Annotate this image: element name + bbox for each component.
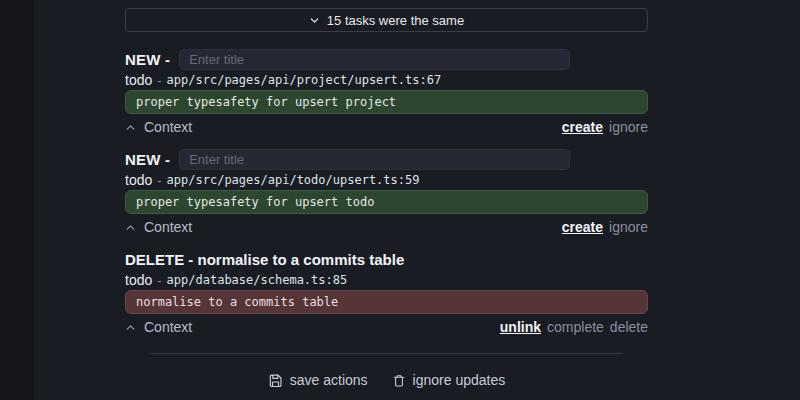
task-title-row: DELETE - normalise to a commits table <box>125 248 648 270</box>
action-link-create[interactable]: create <box>562 219 603 235</box>
meta-separator: - <box>157 273 161 288</box>
meta-separator: - <box>157 173 161 188</box>
floppy-disk-icon <box>268 373 283 388</box>
action-link-ignore[interactable]: ignore <box>609 219 648 235</box>
file-path: app/database/schema.ts:85 <box>167 273 348 287</box>
action-link-complete[interactable]: complete <box>547 319 604 335</box>
context-toggle[interactable]: Context <box>125 119 192 135</box>
task-kind-label: NEW - <box>125 51 170 68</box>
action-link-create[interactable]: create <box>562 119 603 135</box>
title-input[interactable] <box>179 49 570 70</box>
task-title: DELETE - normalise to a commits table <box>125 251 404 268</box>
footer-actions-bar: save actions ignore updates <box>125 372 648 388</box>
task-footer-row: Context create ignore <box>125 119 648 135</box>
left-edge-shade <box>0 0 34 400</box>
action-link-ignore[interactable]: ignore <box>609 119 648 135</box>
task-actions: create ignore <box>562 119 648 135</box>
task-title-row: NEW - <box>125 148 648 170</box>
todo-snippet-text: proper typesafety for upsert todo <box>136 195 374 209</box>
context-label: Context <box>144 319 192 335</box>
task-section-new-project: NEW - todo - app/src/pages/api/project/u… <box>125 48 648 135</box>
todo-snippet-text: proper typesafety for upsert project <box>136 95 396 109</box>
chevron-down-icon <box>309 15 320 26</box>
task-review-panel: 15 tasks were the same NEW - todo - app/… <box>125 0 648 388</box>
task-title-row: NEW - <box>125 48 648 70</box>
task-meta-row: todo - app/database/schema.ts:85 <box>125 272 648 288</box>
footer-divider <box>150 353 623 354</box>
title-input[interactable] <box>179 149 570 170</box>
meta-separator: - <box>157 73 161 88</box>
task-section-new-todo: NEW - todo - app/src/pages/api/todo/upse… <box>125 148 648 235</box>
ignore-updates-button[interactable]: ignore updates <box>392 372 506 388</box>
ignore-updates-label: ignore updates <box>413 372 506 388</box>
file-path: app/src/pages/api/project/upsert.ts:67 <box>167 73 442 87</box>
context-label: Context <box>144 119 192 135</box>
same-tasks-collapse-bar[interactable]: 15 tasks were the same <box>125 8 648 32</box>
todo-snippet-box: normalise to a commits table <box>125 290 648 314</box>
context-toggle[interactable]: Context <box>125 319 192 335</box>
task-meta-row: todo - app/src/pages/api/todo/upsert.ts:… <box>125 172 648 188</box>
task-footer-row: Context create ignore <box>125 219 648 235</box>
chevron-up-icon <box>125 222 136 233</box>
action-link-unlink[interactable]: unlink <box>500 319 541 335</box>
context-label: Context <box>144 219 192 235</box>
todo-snippet-box: proper typesafety for upsert todo <box>125 190 648 214</box>
chevron-up-icon <box>125 322 136 333</box>
task-actions: create ignore <box>562 219 648 235</box>
task-type-label: todo <box>125 172 152 188</box>
task-type-label: todo <box>125 72 152 88</box>
task-footer-row: Context unlink complete delete <box>125 319 648 335</box>
action-link-delete[interactable]: delete <box>610 319 648 335</box>
context-toggle[interactable]: Context <box>125 219 192 235</box>
todo-snippet-text: normalise to a commits table <box>136 295 338 309</box>
chevron-up-icon <box>125 122 136 133</box>
save-actions-button[interactable]: save actions <box>268 372 368 388</box>
task-kind-label: NEW - <box>125 151 170 168</box>
save-actions-label: save actions <box>290 372 368 388</box>
file-path: app/src/pages/api/todo/upsert.ts:59 <box>167 173 420 187</box>
task-section-delete: DELETE - normalise to a commits table to… <box>125 248 648 335</box>
task-type-label: todo <box>125 272 152 288</box>
task-actions: unlink complete delete <box>500 319 648 335</box>
collapse-bar-label: 15 tasks were the same <box>327 13 464 28</box>
task-meta-row: todo - app/src/pages/api/project/upsert.… <box>125 72 648 88</box>
trash-icon <box>392 373 406 388</box>
todo-snippet-box: proper typesafety for upsert project <box>125 90 648 114</box>
